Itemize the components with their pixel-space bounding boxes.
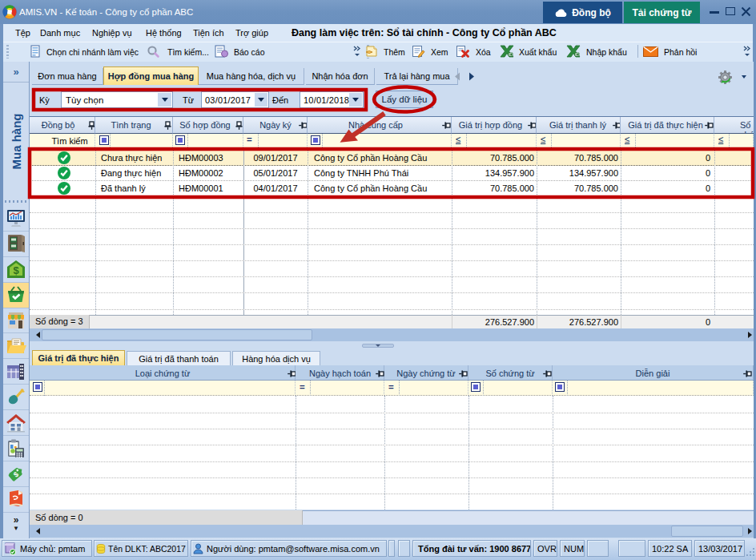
svg-text:$: $ <box>13 264 19 276</box>
